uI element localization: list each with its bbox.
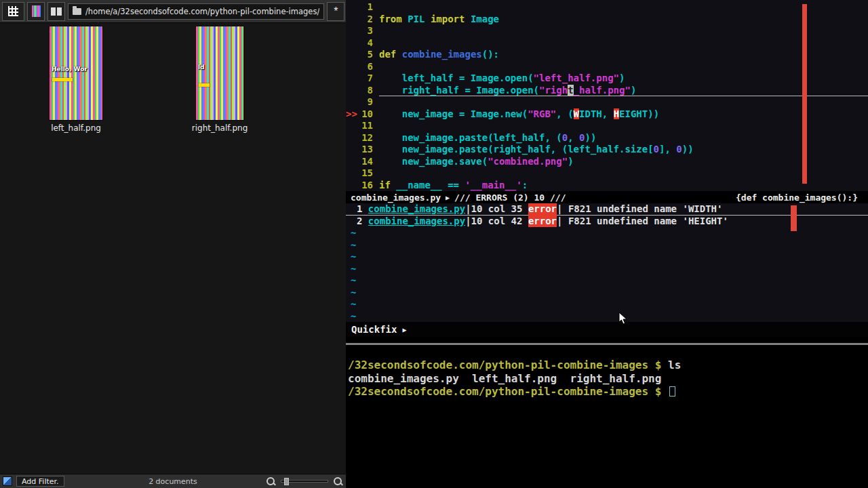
code-text: if __name__ == '__main__': [379,180,868,192]
terminal[interactable]: /32secondsofcode.com/python-pil-combine-… [346,357,868,488]
file-item-left-half[interactable]: Hello, Wor left_half.png [49,26,103,133]
sign-column [346,14,357,26]
code-lines: 12from PIL import Image345def combine_im… [346,0,868,191]
code-line[interactable]: 11 [346,120,868,132]
folder-icon [73,8,81,15]
vim-statusline: combine_images.py ▶ /// ERRORS (2) 10 //… [346,191,868,203]
terminal-prompt: /32secondsofcode.com/python-pil-combine-… [348,385,668,398]
sign-column [346,167,357,180]
code-text: new_image = Image.new("RGB", (WIDTH, HEI… [379,108,868,121]
line-number: 14 [357,156,379,168]
app-thumbnail-icon [32,5,41,17]
vim-editor[interactable]: 12from PIL import Image345def combine_im… [346,0,868,337]
empty-line-tilde: ~ [346,298,868,310]
zoom-slider-handle[interactable] [284,478,289,485]
terminal-prompt-line[interactable]: /32secondsofcode.com/python-pil-combine-… [348,385,868,399]
quickfix-message: | F821 undefined name 'WIDTH' [557,203,722,216]
quickfix-filename: combine_images.py [368,203,465,216]
statusline-arrow-icon: ▶ [446,194,450,201]
terminal-output: combine_images.py left_half.png right_ha… [348,372,661,385]
quickfix-list: 1 combine_images.py|10 col 35 error| F82… [346,203,868,227]
sign-column [346,180,357,192]
line-number: 6 [357,61,379,73]
line-number: 3 [357,25,379,37]
quickfix-message: | F821 undefined name 'HEIGHT' [557,216,728,228]
zoom-controls [266,476,343,487]
code-line[interactable]: 8 right_half = Image.open("right_half.pn… [346,85,868,97]
line-number: 16 [357,180,379,192]
code-line[interactable]: 9 [346,96,868,108]
code-line[interactable]: 14 new_image.save("combined.png") [346,156,868,168]
empty-line-tilde: ~ [346,310,868,323]
thumbnail-overlay-accent [52,78,73,81]
line-number: 9 [357,96,379,108]
sign-column [346,156,357,168]
code-text: new_image.paste(right_half, (left_half.s… [379,144,868,156]
code-text [379,167,868,180]
file-manager-window: /home/a/32secondsofcode.com/python-pil-c… [0,0,346,488]
star-icon: * [334,8,338,15]
app-thumbnail-button[interactable] [27,2,45,21]
empty-line-tilde: ~ [346,263,868,275]
sign-column [346,85,357,97]
line-number: 4 [357,37,379,49]
file-manager-toolbar: /home/a/32secondsofcode.com/python-pil-c… [0,0,346,23]
file-manager-statusbar: Add Filter. 2 documents [0,474,346,488]
add-filter-button[interactable]: Add Filter. [16,476,64,487]
code-text: left_half = Image.open("left_half.png") [379,73,868,85]
path-bar[interactable]: /home/a/32secondsofcode.com/python-pil-c… [68,3,324,20]
file-name: right_half.png [187,123,252,133]
line-number: 7 [357,73,379,85]
code-line[interactable]: 13 new_image.paste(right_half, (left_hal… [346,144,868,156]
file-list: Hello, Wor left_half.png ld right_half.p… [0,24,346,474]
code-text: def combine_images(): [379,49,868,61]
empty-line-tilde: ~ [346,287,868,299]
code-text [379,1,868,14]
filter-status-icon [3,476,12,486]
error-badge: error [528,216,557,228]
code-text [379,96,868,108]
bookmark-button[interactable]: * [327,2,344,21]
pane-separator[interactable] [346,343,868,345]
thumbnail-image: Hello, Wor [49,26,103,121]
sign-column [346,132,357,144]
scroll-indicator[interactable] [791,205,797,231]
thumbnail-overlay-accent [199,83,210,87]
terminal-prompt: /32secondsofcode.com/python-pil-combine-… [348,359,668,371]
terminal-output-line: combine_images.py left_half.png right_ha… [348,372,868,386]
tilde-column: ~~~~~~~~ [346,227,868,322]
quickfix-item[interactable]: 2 combine_images.py|10 col 42 error| F82… [346,216,868,228]
terminal-cursor [669,386,675,396]
code-line[interactable]: 1 [346,1,868,14]
zoom-out-icon[interactable] [266,476,276,487]
code-line[interactable]: 4 [346,37,868,49]
sign-column [346,73,357,85]
code-line[interactable]: 16if __name__ == '__main__': [346,180,868,192]
grid-icon [8,6,18,16]
quickfix-arrow-icon: ▶ [402,326,406,333]
menu-grid-button[interactable] [2,2,24,21]
code-line[interactable]: 7 left_half = Image.open("left_half.png"… [346,73,868,85]
file-item-right-half[interactable]: ld right_half.png [195,26,244,133]
sign-column [346,120,357,132]
code-line[interactable]: 6 [346,61,868,73]
code-line[interactable]: 5def combine_images(): [346,49,868,61]
sign-column [346,25,357,37]
editor-terminal-pane: 12from PIL import Image345def combine_im… [346,0,868,488]
terminal-command: ls [668,359,681,371]
quickfix-item[interactable]: 1 combine_images.py|10 col 35 error| F82… [346,203,868,216]
code-line[interactable]: 12 new_image.paste(left_half, (0, 0)) [346,132,868,144]
code-line[interactable]: >>10 new_image = Image.new("RGB", (WIDTH… [346,108,868,121]
code-line[interactable]: 2from PIL import Image [346,14,868,26]
scroll-indicator[interactable] [802,4,807,184]
line-number: 2 [357,14,379,26]
terminal-prompt-line: /32secondsofcode.com/python-pil-combine-… [348,359,868,372]
empty-line-tilde: ~ [346,274,868,287]
code-line[interactable]: 15 [346,167,868,180]
zoom-slider[interactable] [281,480,328,483]
path-text: /home/a/32secondsofcode.com/python-pil-c… [85,7,319,16]
zoom-in-icon[interactable] [333,476,343,487]
error-sign-icon: >> [346,108,357,121]
code-line[interactable]: 3 [346,25,868,37]
dual-pane-button[interactable] [47,2,65,21]
